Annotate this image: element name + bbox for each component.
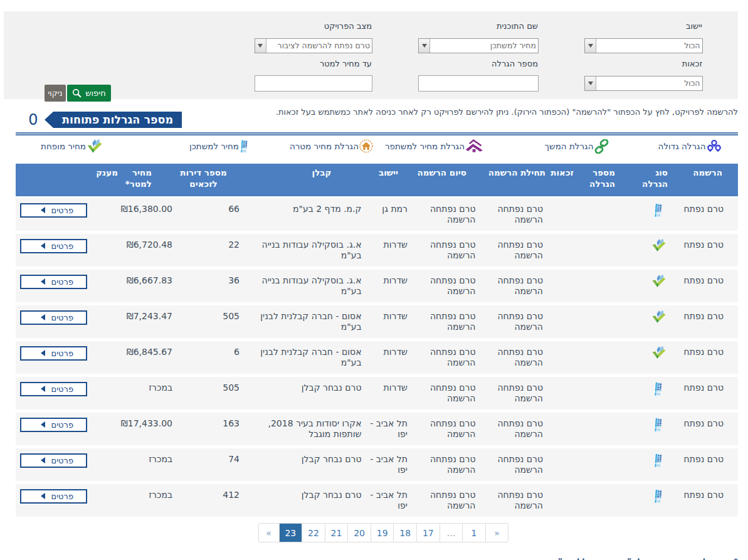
cell-grant: [87, 448, 119, 481]
details-button[interactable]: פרטים: [20, 239, 87, 253]
legend-item-continuation-lottery: הגרלת המשך: [545, 139, 609, 154]
status-filter-select[interactable]: טרם נפתח להרשמה לציבור: [255, 38, 373, 53]
max-price-input[interactable]: [255, 75, 373, 92]
cell-lottery-number: [578, 270, 628, 302]
cell-city: שדרות: [367, 341, 415, 374]
legend-item-reduced-price: מחיר מופחת: [41, 139, 102, 154]
chevron-down-icon: [585, 39, 596, 53]
cell-city: שדרות: [367, 234, 415, 267]
resident-price-building-icon: [653, 418, 663, 432]
pagination-page-21[interactable]: 21: [325, 524, 348, 542]
cell-contractor: ק.מ. מדף 2 בע"מ: [245, 198, 367, 231]
details-button-label: פרטים: [51, 241, 73, 251]
cell-eligibility: [549, 305, 578, 338]
cell-registration-end: טרם נפתחה הרשמה: [415, 305, 485, 338]
pagination-next[interactable]: »: [485, 524, 508, 542]
cell-price-per-meter: במכרז: [119, 448, 174, 481]
details-button[interactable]: פרטים: [20, 453, 87, 468]
clear-button[interactable]: ניקוי: [45, 85, 66, 102]
pagination-page-18[interactable]: 18: [393, 524, 416, 542]
cell-city: תל אביב - יפו: [367, 413, 415, 445]
cell-price-per-meter: במכרז: [119, 484, 174, 517]
city-filter-select[interactable]: הכול: [584, 38, 703, 53]
pagination-page-22[interactable]: 22: [302, 524, 325, 542]
cell-lottery-number: [578, 305, 628, 338]
table-row: טרם נפתח טרם נפתחה הרשמה טרם נפתחה הרשמה…: [16, 270, 738, 302]
cell-contractor: טרם נבחר קבלן: [245, 448, 367, 481]
details-button-label: פרטים: [51, 349, 73, 358]
city-filter-value: הכול: [596, 39, 702, 53]
eligibility-filter-select[interactable]: הכול: [584, 76, 703, 91]
details-button-label: פרטים: [51, 456, 73, 465]
table-row: טרם נפתח טרם נפתחה הרשמה טרם נפתחה הרשמה…: [16, 413, 738, 445]
cell-registration-start: טרם נפתחה הרשמה: [485, 234, 549, 267]
table-row: טרם נפתח טרם נפתחה הרשמה טרם נפתחה הרשמה…: [16, 305, 738, 338]
legend-item-big-lottery: הגרלה גדולה: [658, 139, 722, 154]
arrow-left-icon: [41, 386, 45, 392]
cell-registration-end: טרם נפתחה הרשמה: [415, 198, 485, 231]
header-apartments: מספר דירות לזכאים: [174, 164, 245, 196]
cell-grant: [87, 305, 119, 338]
cell-grant: [87, 341, 119, 374]
pagination-page-20[interactable]: 20: [347, 524, 371, 542]
legend-label: מחיר למשתכן: [189, 141, 239, 151]
details-button[interactable]: פרטים: [20, 346, 87, 361]
pagination-page-1[interactable]: 1: [462, 524, 485, 542]
reduced-price-check-icon: [87, 139, 102, 154]
legend-label: מחיר מופחת: [41, 141, 86, 151]
arrow-left-icon: [41, 278, 45, 285]
intro-text: להרשמה לפרויקט, לחץ על הכפתור "להרשמה" (…: [276, 107, 738, 117]
details-button[interactable]: פרטים: [20, 382, 87, 396]
cell-contractor: אקרו יסודות בעיר 2018, שותפות מוגבל: [245, 413, 367, 445]
legend-label: הגרלת מחיר מטרה: [290, 141, 359, 151]
cell-registration: טרם נפתח: [677, 377, 738, 409]
details-button[interactable]: פרטים: [20, 489, 87, 504]
details-button-label: פרטים: [51, 206, 73, 215]
legend-label: הגרלה גדולה: [658, 141, 706, 151]
cell-apartments: 505: [174, 305, 245, 338]
cell-price-per-meter: ₪16,380.00: [119, 198, 174, 231]
pagination-prev[interactable]: «: [259, 524, 279, 542]
table-row: טרם נפתח טרם נפתחה הרשמה טרם נפתחה הרשמה…: [16, 377, 738, 409]
details-button[interactable]: פרטים: [20, 203, 87, 218]
program-filter-select[interactable]: מחיר למשתכן: [418, 38, 539, 53]
cell-registration: טרם נפתח: [677, 305, 738, 338]
cell-registration: טרם נפתח: [677, 413, 738, 445]
cell-price-per-meter: ₪6,667.83: [119, 270, 174, 302]
search-button[interactable]: חיפוש: [67, 85, 111, 102]
cell-apartments: 163: [174, 413, 245, 445]
chevron-down-triangle: [588, 82, 593, 85]
details-button[interactable]: פרטים: [20, 275, 87, 289]
table-row: טרם נפתח טרם נפתחה הרשמה טרם נפתחה הרשמה…: [16, 198, 738, 231]
cell-lottery-type: [628, 377, 677, 409]
cell-lottery-number: [578, 198, 628, 231]
pagination-page-17[interactable]: 17: [416, 524, 440, 542]
header-details: [16, 164, 87, 196]
cell-registration-start: טרם נפתחה הרשמה: [485, 198, 549, 231]
cell-registration-end: טרם נפתחה הרשמה: [415, 270, 485, 302]
arrow-left-icon: [41, 207, 45, 213]
details-button[interactable]: פרטים: [20, 310, 87, 325]
cell-city: רמת גן: [367, 198, 415, 231]
cell-city: תל אביב - יפו: [367, 448, 415, 481]
search-button-label: חיפוש: [85, 88, 105, 98]
open-lotteries-count: 0: [28, 112, 38, 128]
pagination: «23222120191817...1»: [258, 523, 509, 542]
status-filter-label: מצב הפרויקט: [324, 21, 372, 31]
legend-item-improver-price-lottery: הגרלת מחיר למשתפר: [385, 139, 483, 154]
header-contractor: קבלן: [245, 164, 367, 196]
cell-eligibility: [549, 377, 578, 409]
cell-registration: טרם נפתח: [677, 270, 738, 302]
reduced-price-check-icon: [651, 310, 666, 324]
pagination-page-23[interactable]: 23: [279, 524, 302, 542]
cell-grant: [87, 234, 119, 267]
lottery-registration-page: יישוב הכול שם התוכנית מחיר למשתכן מצב הפ…: [0, 0, 748, 560]
cell-registration-end: טרם נפתחה הרשמה: [415, 341, 485, 374]
lottery-number-input[interactable]: [418, 75, 539, 92]
cell-contractor: א.ג. בוסקילה עבודות בנייה בע"מ: [245, 234, 367, 267]
pagination-page-19[interactable]: 19: [371, 524, 394, 542]
cell-lottery-type: [628, 305, 677, 338]
cell-registration: טרם נפתח: [677, 198, 738, 231]
cell-eligibility: [549, 341, 578, 374]
details-button[interactable]: פרטים: [20, 418, 87, 432]
